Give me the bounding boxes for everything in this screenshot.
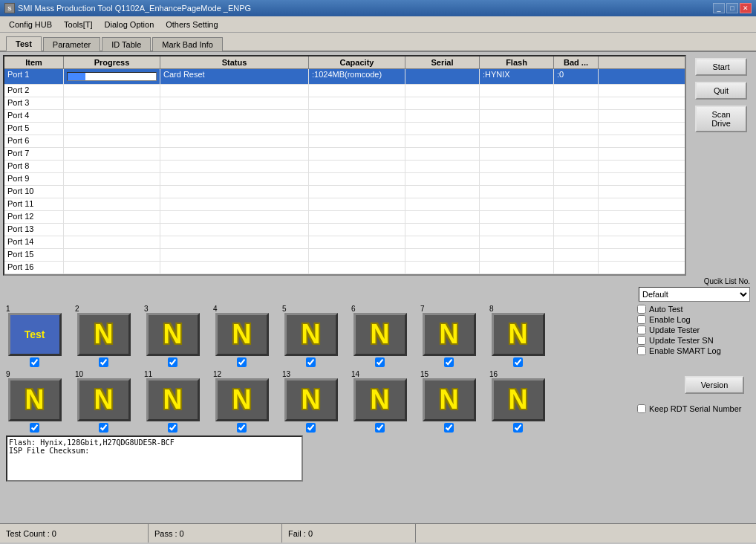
port-checkbox-10[interactable] (99, 423, 108, 433)
table-row[interactable]: Port 11 (4, 198, 685, 211)
port-checkbox-4[interactable] (237, 357, 247, 367)
cell-status (160, 186, 309, 198)
table-section: Item Progress Status Capacity Serial Fla… (0, 52, 756, 276)
port-button-15[interactable]: N (423, 378, 476, 421)
quit-button[interactable]: Quit (695, 82, 747, 100)
table-row[interactable]: Port 5 (4, 123, 685, 135)
port-button-4[interactable]: N (215, 313, 269, 356)
enable-log-checkbox[interactable] (637, 315, 646, 324)
port-number-label: 12 (213, 370, 221, 378)
keep-rdt-checkbox[interactable] (637, 404, 646, 413)
port-checkbox-16[interactable] (513, 423, 523, 433)
port-item: 10N (72, 370, 135, 433)
tab-id-table[interactable]: ID Table (102, 37, 151, 51)
port-checkbox-15[interactable] (444, 423, 454, 433)
table-row[interactable]: Port 3 (4, 97, 685, 110)
port-button-12[interactable]: N (215, 378, 269, 421)
port-number-label: 16 (489, 370, 498, 378)
port-button-13[interactable]: N (284, 378, 338, 421)
port-button-6[interactable]: N (353, 313, 407, 356)
table-row[interactable]: Port 8 (4, 161, 685, 173)
ports-column: 1Test2N3N4N5N6N7N8N9N10N11N12N13N14N15N1… (3, 305, 634, 433)
auto-test-checkbox[interactable] (637, 305, 646, 314)
table-row[interactable]: Port 10 (4, 186, 685, 198)
cell-capacity (309, 110, 405, 122)
port-checkbox-14[interactable] (375, 423, 385, 433)
port-number-label: 6 (351, 305, 356, 313)
port-checkbox-11[interactable] (168, 423, 177, 433)
menu-config-hub[interactable]: Config HUB (3, 19, 58, 30)
port-button-7[interactable]: N (423, 313, 476, 356)
port-checkbox-3[interactable] (168, 357, 177, 367)
port-button-1[interactable]: Test (8, 313, 62, 356)
quick-list-label: Qucik List No. (704, 277, 750, 285)
enable-smart-log-label: Enable SMART Log (649, 346, 721, 355)
cell-item: Port 13 (4, 224, 64, 236)
table-row[interactable]: Port 15 (4, 249, 685, 262)
update-tester-sn-checkbox[interactable] (637, 336, 646, 345)
port-checkbox-7[interactable] (444, 357, 454, 367)
col-bad: Bad ... (554, 56, 599, 68)
table-row[interactable]: Port 6 (4, 135, 685, 148)
option-update-tester-sn: Update Tester SN (637, 336, 750, 345)
port-checkbox-9[interactable] (30, 423, 39, 433)
port-number-label: 8 (489, 305, 494, 313)
menu-dialog-option[interactable]: Dialog Option (99, 19, 160, 30)
tab-parameter[interactable]: Parameter (43, 37, 100, 51)
port-button-11[interactable]: N (146, 378, 200, 421)
table-row[interactable]: Port 2 (4, 85, 685, 97)
quick-list-dropdown[interactable]: Default (639, 287, 750, 302)
table-row[interactable]: Port 9 (4, 173, 685, 186)
cell-item: Port 2 (4, 85, 64, 97)
table-row[interactable]: Port 7 (4, 148, 685, 161)
tab-test[interactable]: Test (6, 36, 42, 51)
scan-drive-button[interactable]: Scan Drive (695, 106, 747, 132)
restore-button[interactable]: □ (726, 3, 738, 13)
port-checkbox-8[interactable] (513, 357, 523, 367)
port-button-9[interactable]: N (8, 378, 62, 421)
table-row[interactable]: Port 4 (4, 110, 685, 123)
port-button-14[interactable]: N (353, 378, 407, 421)
port-checkbox-6[interactable] (375, 357, 385, 367)
port-checkbox-5[interactable] (306, 357, 316, 367)
table-row[interactable]: Port 1Card Reset:1024MB(romcode):HYNIX:0 (4, 69, 685, 85)
start-button[interactable]: Start (695, 58, 747, 76)
port-number-label: 3 (144, 305, 149, 313)
cell-status (160, 262, 309, 273)
log-textarea[interactable] (6, 435, 303, 482)
cell-flash (480, 148, 554, 160)
cell-progress (64, 135, 160, 147)
port-button-2[interactable]: N (77, 313, 131, 356)
menu-others-setting[interactable]: Others Setting (160, 19, 224, 30)
port-button-5[interactable]: N (284, 313, 338, 356)
port-number-label: 9 (6, 370, 10, 378)
tab-mark-bad-info[interactable]: Mark Bad Info (152, 37, 222, 51)
menu-tools[interactable]: Tools[T] (58, 19, 99, 30)
table-row[interactable]: Port 13 (4, 224, 685, 236)
cell-status (160, 211, 309, 223)
table-row[interactable]: Port 16 (4, 262, 685, 274)
table-row[interactable]: Port 12 (4, 211, 685, 224)
cell-serial (405, 110, 480, 122)
cell-flash (480, 97, 554, 109)
cell-serial (405, 123, 480, 135)
port-checkbox-13[interactable] (306, 423, 316, 433)
port-button-10[interactable]: N (77, 378, 131, 421)
port-button-label: N (232, 321, 252, 348)
close-button[interactable]: ✕ (740, 3, 752, 13)
minimize-button[interactable]: _ (713, 3, 725, 13)
version-button[interactable]: Version (685, 376, 744, 394)
update-tester-checkbox[interactable] (637, 326, 646, 334)
table-row[interactable]: Port 14 (4, 236, 685, 249)
port-checkbox-2[interactable] (99, 357, 108, 367)
port-checkbox-12[interactable] (237, 423, 247, 433)
port-button-16[interactable]: N (492, 378, 545, 421)
cell-flash (480, 198, 554, 210)
cell-status (160, 198, 309, 210)
port-checkbox-1[interactable] (30, 357, 39, 367)
port-button-8[interactable]: N (492, 313, 545, 356)
enable-smart-log-checkbox[interactable] (637, 346, 646, 355)
cell-bad (554, 110, 599, 122)
port-button-3[interactable]: N (146, 313, 200, 356)
cell-flash (480, 173, 554, 185)
